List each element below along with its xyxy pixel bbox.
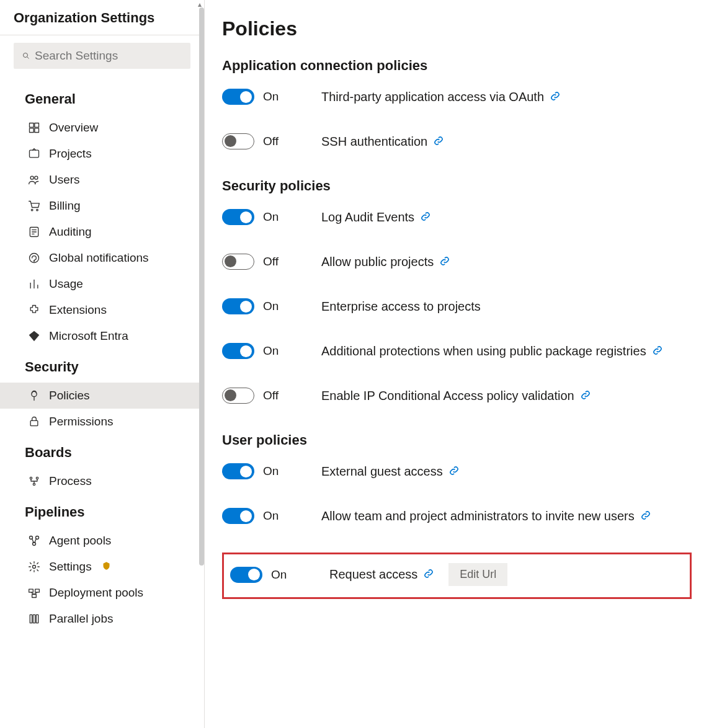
policy-row: OnAdditional protections when using publ… <box>222 343 692 359</box>
policy-description: SSH authentication <box>321 135 692 149</box>
deploymentpools-icon <box>28 587 40 599</box>
toggle-state-label: On <box>263 509 279 523</box>
policy-description: External guest access <box>321 464 692 479</box>
edit-url-button[interactable]: Edit Url <box>448 563 507 586</box>
toggle-switch[interactable] <box>222 343 254 359</box>
entra-icon <box>28 330 40 342</box>
link-icon[interactable] <box>653 345 662 357</box>
toggle-switch[interactable] <box>230 567 262 583</box>
svg-rect-3 <box>35 123 39 128</box>
policy-row: OnThird-party application access via OAu… <box>222 89 692 105</box>
link-icon[interactable] <box>550 91 560 103</box>
sidebar-item-label: Overview <box>49 121 98 135</box>
sidebar-item-billing[interactable]: Billing <box>0 193 204 219</box>
link-icon[interactable] <box>440 256 450 268</box>
link-icon[interactable] <box>424 569 434 580</box>
svg-point-16 <box>34 261 35 262</box>
toggle-state-label: On <box>263 464 279 478</box>
policy-label: SSH authentication <box>321 135 427 149</box>
policy-label: Allow public projects <box>321 255 434 269</box>
paralleljobs-icon <box>28 613 40 625</box>
policy-row: OnEnterprise access to projects <box>222 298 692 314</box>
search-input[interactable] <box>35 49 182 63</box>
policy-description: Third-party application access via OAuth <box>321 90 692 104</box>
policy-description: Enable IP Conditional Access policy vali… <box>321 389 692 403</box>
link-icon[interactable] <box>641 510 651 522</box>
link-icon[interactable] <box>449 466 459 477</box>
scroll-thumb[interactable] <box>199 7 204 566</box>
link-icon[interactable] <box>581 390 591 402</box>
scroll-up-icon[interactable]: ▴ <box>198 0 204 6</box>
policy-row: OffAllow public projects <box>222 254 692 270</box>
sidebar-item-parallel-jobs[interactable]: Parallel jobs <box>0 606 204 632</box>
toggle-switch[interactable] <box>222 508 254 524</box>
sidebar-item-label: Settings <box>49 560 92 574</box>
toggle-wrap: On <box>222 89 321 105</box>
sidebar-item-label: Global notifications <box>49 251 149 265</box>
shield-warning-icon <box>102 560 111 574</box>
svg-rect-38 <box>36 615 38 623</box>
sidebar-item-permissions[interactable]: Permissions <box>0 409 204 435</box>
sidebar-item-label: Microsoft Entra <box>49 329 128 343</box>
policy-label: Request access <box>329 567 417 582</box>
sidebar-item-label: Parallel jobs <box>49 612 114 626</box>
extensions-icon <box>28 304 40 316</box>
toggle-state-label: On <box>263 90 279 104</box>
sidebar-item-global-notifications[interactable]: Global notifications <box>0 245 204 271</box>
section-header-general: General <box>0 81 204 115</box>
sidebar-item-projects[interactable]: Projects <box>0 141 204 167</box>
toggle-switch[interactable] <box>222 89 254 105</box>
toggle-switch[interactable] <box>222 463 254 479</box>
link-icon[interactable] <box>421 211 430 223</box>
highlighted-row: OnRequest accessEdit Url <box>222 553 692 599</box>
toggle-state-label: On <box>263 210 279 224</box>
section-header-security: Security <box>0 349 204 383</box>
sidebar-item-extensions[interactable]: Extensions <box>0 297 204 323</box>
policy-description: Allow public projects <box>321 255 692 269</box>
sidebar-item-agent-pools[interactable]: Agent pools <box>0 528 204 554</box>
policy-row: OffEnable IP Conditional Access policy v… <box>222 388 692 404</box>
svg-rect-6 <box>30 150 39 158</box>
sidebar-item-process[interactable]: Process <box>0 468 204 494</box>
toggle-state-label: Off <box>263 389 279 402</box>
toggle-switch[interactable] <box>222 298 254 314</box>
toggle-switch[interactable] <box>222 209 254 225</box>
sidebar-item-label: Agent pools <box>49 534 111 548</box>
svg-rect-4 <box>30 128 34 133</box>
toggle-switch[interactable] <box>222 388 254 404</box>
sidebar-item-deployment-pools[interactable]: Deployment pools <box>0 580 204 606</box>
policy-label: Additional protections when using public… <box>321 344 646 358</box>
toggle-state-label: On <box>271 568 287 582</box>
toggle-state-label: On <box>263 344 279 358</box>
sidebar-item-microsoft-entra[interactable]: Microsoft Entra <box>0 323 204 349</box>
policy-description: Enterprise access to projects <box>321 300 692 314</box>
link-icon[interactable] <box>434 136 444 148</box>
toggle-switch[interactable] <box>222 254 254 270</box>
search-box[interactable] <box>14 43 190 69</box>
policy-row: OffSSH authentication <box>222 133 692 149</box>
group-title: Security policies <box>222 178 692 194</box>
sidebar-item-settings[interactable]: Settings <box>0 554 204 580</box>
notifications-icon <box>28 252 40 264</box>
svg-rect-33 <box>32 595 37 598</box>
toggle-wrap: On <box>230 567 329 583</box>
sidebar-item-users[interactable]: Users <box>0 167 204 193</box>
policy-label: External guest access <box>321 464 443 479</box>
policy-description: Request accessEdit Url <box>329 563 684 586</box>
svg-line-29 <box>35 539 37 543</box>
policy-description: Allow team and project administrators to… <box>321 509 692 523</box>
policy-label: Allow team and project administrators to… <box>321 509 635 523</box>
scrollbar[interactable]: ▴ <box>198 0 204 728</box>
sidebar-item-label: Process <box>49 474 92 488</box>
svg-point-10 <box>37 209 38 211</box>
policies-icon <box>28 389 40 402</box>
toggle-switch[interactable] <box>222 133 254 149</box>
sidebar-item-auditing[interactable]: Auditing <box>0 219 204 245</box>
policy-row: OnRequest accessEdit Url <box>230 563 684 586</box>
sidebar-item-policies[interactable]: Policies <box>0 383 204 409</box>
sidebar-item-usage[interactable]: Usage <box>0 271 204 297</box>
sidebar-item-overview[interactable]: Overview <box>0 115 204 141</box>
settings-icon <box>28 561 40 573</box>
page-title: Policies <box>222 17 692 40</box>
search-icon <box>22 50 30 61</box>
